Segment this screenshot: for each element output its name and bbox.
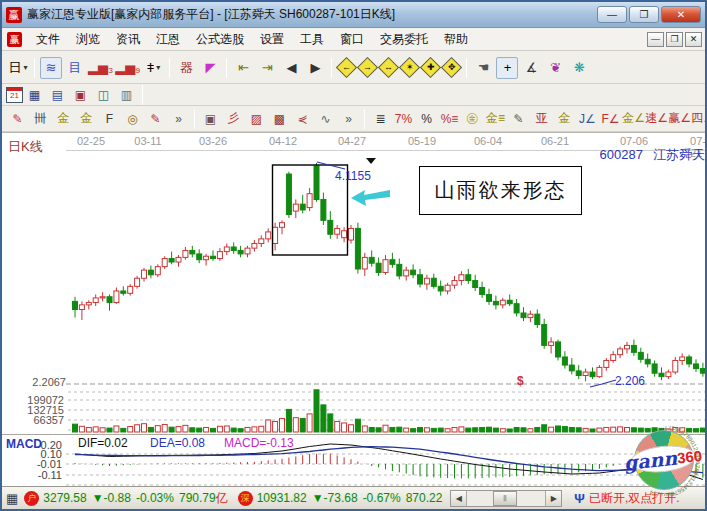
export-icon[interactable]: ◫ — [93, 86, 114, 104]
menu-logo-icon: 赢 — [7, 32, 22, 47]
gann-cross-icon[interactable]: ✚ — [420, 57, 441, 78]
print-icon[interactable]: ▥ — [116, 86, 137, 104]
quote-grid-icon[interactable]: ▦ — [6, 491, 18, 506]
volume-profile-icon[interactable]: ≣ — [370, 110, 391, 128]
title-bar[interactable]: 赢 赢家江恩专业版[赢家内部服务平台] - [江苏舜天 SH600287-101… — [2, 2, 705, 28]
menu-工具[interactable]: 工具 — [292, 29, 332, 50]
scrollbar-thumb[interactable]: ⫴ — [493, 491, 517, 506]
date-tick: 03-26 — [199, 135, 227, 147]
more-tools2-chevron[interactable]: » — [338, 110, 359, 128]
zigzag-tool-icon[interactable]: ∿ — [315, 110, 336, 128]
menu-交易委托[interactable]: 交易委托 — [372, 29, 436, 50]
crosshair-icon[interactable]: + — [496, 57, 518, 79]
spiral-tool-icon[interactable]: ◎ — [122, 110, 143, 128]
candle-style-dropdown[interactable]: ǂ▾ — [142, 57, 164, 79]
menu-浏览[interactable]: 浏览 — [68, 29, 108, 50]
purple-tool-icon[interactable]: ❦ — [544, 57, 566, 79]
fib-grid-icon[interactable]: F — [99, 110, 120, 128]
bars-9-icon[interactable]: ▂▅₉ — [115, 57, 140, 79]
gold-angle-icon[interactable]: 金∠ — [623, 110, 644, 128]
toolbar-divider — [194, 109, 195, 129]
menu-文件[interactable]: 文件 — [28, 29, 68, 50]
mdi-close-button[interactable]: ✕ — [685, 32, 702, 47]
pencil-tool-icon[interactable]: ✎ — [7, 110, 28, 128]
fan-box2-icon[interactable]: ▩ — [269, 110, 290, 128]
wave-tool-icon[interactable]: ≋ — [40, 57, 62, 79]
toolbar-divider — [226, 58, 227, 78]
info-note-icon[interactable]: 目 — [64, 57, 86, 79]
volume-bars-layer — [73, 390, 706, 432]
brain-tool-icon[interactable]: ❋ — [568, 57, 590, 79]
notes-icon[interactable]: ▤ — [47, 86, 68, 104]
gold-price-icon[interactable]: 金≡ — [485, 110, 506, 128]
profile-chart-icon[interactable]: ◤ — [199, 57, 221, 79]
percent-icon[interactable]: % — [416, 110, 437, 128]
more-tools-chevron[interactable]: » — [168, 110, 189, 128]
rect-tool-icon[interactable]: ▣ — [200, 110, 221, 128]
f-angle-icon[interactable]: F∠ — [600, 110, 621, 128]
calendar-icon[interactable]: 21 — [6, 87, 23, 103]
bars-3-icon[interactable]: ▂▅₃ — [88, 57, 113, 79]
menu-江恩[interactable]: 江恩 — [148, 29, 188, 50]
pencil-grid-icon[interactable]: ✎ — [145, 110, 166, 128]
close-button[interactable]: ✕ — [661, 6, 701, 23]
gold-circle-icon[interactable]: ㊎ — [462, 110, 483, 128]
speed-angle-icon[interactable]: 速∠ — [646, 110, 667, 128]
arrow-fan-icon[interactable]: ⋞ — [292, 110, 313, 128]
gann-right-icon[interactable]: → — [357, 57, 378, 78]
fan-rays-icon[interactable]: 彡 — [223, 110, 244, 128]
calculator-icon[interactable]: ▦ — [24, 86, 45, 104]
sh-index-value: 3279.58 — [43, 491, 86, 505]
scroll-right-arrow[interactable]: ▶ — [545, 491, 561, 506]
dif-value-label: DIF=0.02 — [78, 436, 128, 450]
gold-line-icon[interactable]: 金 — [554, 110, 575, 128]
pan-hand-icon[interactable]: ☚ — [472, 57, 494, 79]
pattern-tool-icon[interactable]: 器 — [175, 57, 197, 79]
win-angle-icon[interactable]: 赢∠ — [669, 110, 690, 128]
menu-资讯[interactable]: 资讯 — [108, 29, 148, 50]
minimize-button[interactable]: — — [597, 6, 627, 23]
scrollbar-track[interactable]: ⫴ — [467, 491, 545, 506]
menu-公式选股[interactable]: 公式选股 — [188, 29, 252, 50]
first-bar-icon[interactable]: ⇤ — [232, 57, 254, 79]
period-day-dropdown[interactable]: 日▾ — [7, 57, 29, 79]
menu-窗口[interactable]: 窗口 — [332, 29, 372, 50]
scroll-left-arrow[interactable]: ◀ — [451, 491, 467, 506]
sh-index-change: ▼-0.88 — [92, 491, 131, 505]
mdi-restore-button[interactable]: ❐ — [666, 32, 683, 47]
percent7-icon[interactable]: 7% — [393, 110, 414, 128]
gann-gold-grid2-icon[interactable]: 金 — [76, 110, 97, 128]
menu-items: 文件浏览资讯江恩公式选股设置工具窗口交易委托帮助 — [28, 29, 476, 50]
gann-gold-grid-icon[interactable]: 金 — [53, 110, 74, 128]
fan-box-icon[interactable]: ▨ — [246, 110, 267, 128]
j-angle-icon[interactable]: J∠ — [577, 110, 598, 128]
pencil2-icon[interactable]: ✎ — [508, 110, 529, 128]
menu-帮助[interactable]: 帮助 — [436, 29, 476, 50]
menu-bar: 赢 文件浏览资讯江恩公式选股设置工具窗口交易委托帮助 —❐✕ — [2, 29, 705, 51]
macd-value-label: MACD=-0.13 — [224, 436, 294, 450]
asia-grid-icon[interactable]: 亚 — [531, 110, 552, 128]
chart-area[interactable]: 日K线 02-2503-1103-2604-1204-2705-1906-040… — [2, 132, 707, 490]
next-bar-icon[interactable]: ▶ — [304, 57, 326, 79]
gann-left-icon[interactable]: ← — [336, 57, 357, 78]
percent-retrace-icon[interactable]: %≡ — [439, 110, 460, 128]
gann-hswing-icon[interactable]: ↔ — [378, 57, 399, 78]
save-icon[interactable]: ▣ — [70, 86, 91, 104]
symbol-name: 江苏舜天 — [653, 147, 705, 162]
mdi-buttons: —❐✕ — [645, 32, 702, 47]
gann-star-icon[interactable]: ✶ — [399, 57, 420, 78]
gann-grid-icon[interactable]: 卌 — [30, 110, 51, 128]
sh-index-amount: 790.79 — [179, 491, 216, 505]
maximize-button[interactable]: ❐ — [629, 6, 659, 23]
gann-expand-icon[interactable]: ✥ — [441, 57, 462, 78]
prev-bar-icon[interactable]: ◀ — [280, 57, 302, 79]
four-angle-icon[interactable]: 四∠ — [692, 110, 707, 128]
application-window: 赢 赢家江恩专业版[赢家内部服务平台] - [江苏舜天 SH600287-101… — [0, 0, 707, 511]
angle-tool-icon[interactable]: ∡ — [520, 57, 542, 79]
mdi-minimize-button[interactable]: — — [647, 32, 664, 47]
connection-antenna-icon[interactable]: Ψ — [574, 491, 585, 506]
menu-设置[interactable]: 设置 — [252, 29, 292, 50]
last-bar-icon[interactable]: ⇥ — [256, 57, 278, 79]
horizontal-scrollbar[interactable]: ◀ ⫴ ▶ — [450, 490, 562, 507]
dea-value-label: DEA=0.08 — [150, 436, 205, 450]
